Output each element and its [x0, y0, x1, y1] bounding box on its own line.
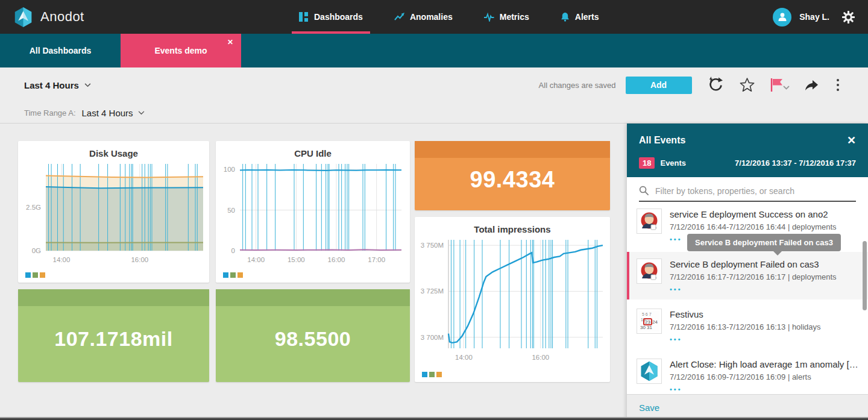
disk-usage-widget[interactable]: Disk Usage 2.5G0G14:0016:00 [18, 141, 209, 283]
nav-item-anomalies[interactable]: Anomalies [379, 0, 468, 34]
anomalies-icon [394, 13, 404, 21]
total-impressions-widget[interactable]: Total impressions 3 750M3 725M3 700M14:0… [415, 217, 610, 382]
events-list: service E deployment Success on ano27/12… [627, 202, 868, 394]
favorite-star-icon[interactable] [739, 77, 755, 93]
svg-text:0G: 0G [32, 247, 41, 254]
chart-title: Total impressions [415, 224, 610, 236]
nav-item-metrics[interactable]: Metrics [468, 0, 545, 34]
svg-text:16:00: 16:00 [328, 256, 345, 263]
event-actions-dots[interactable]: ••• [670, 286, 837, 293]
svg-text:5 6 7: 5 6 7 [642, 312, 652, 316]
chart-legend [223, 272, 243, 278]
event-actions-dots[interactable]: ••• [670, 336, 821, 343]
scrollbar-thumb[interactable] [863, 241, 867, 310]
brand-name: Anodot [40, 9, 84, 25]
calendar-avatar: 5 6 7152430 3123 [637, 309, 662, 334]
time-range-dropdown[interactable]: Last 4 Hours [24, 80, 91, 90]
nav-item-dashboards[interactable]: Dashboards [283, 0, 379, 34]
auto-refresh-icon[interactable] [706, 76, 725, 94]
legend-swatch [237, 272, 243, 278]
legend-swatch [25, 272, 31, 278]
save-button[interactable]: Save [639, 403, 659, 413]
legend-swatch [33, 272, 38, 278]
dashboard-header: Last 4 Hours All changes are saved Add [0, 67, 868, 124]
events-panel-footer: Save [627, 394, 868, 420]
share-icon[interactable] [805, 80, 819, 91]
stat-value: 99.4334 [470, 167, 555, 193]
add-button[interactable]: Add [626, 77, 692, 94]
chevron-down-icon [138, 111, 145, 115]
top-navbar: Anodot Dashboards Anomalies [0, 0, 868, 34]
svg-text:3 700M: 3 700M [421, 334, 444, 341]
stat-value: 98.5500 [275, 327, 351, 351]
user-avatar[interactable] [773, 8, 791, 27]
user-name[interactable]: Shay L. [799, 12, 829, 22]
events-panel-header: All Events ✕ 18 Events 7/12/2016 13:37 -… [627, 124, 868, 177]
tile-header-strip [18, 289, 209, 306]
settings-gear-icon[interactable] [842, 11, 855, 24]
events-panel-title: All Events [639, 135, 685, 146]
flag-filter-icon[interactable] [770, 77, 790, 93]
green-stat-tile-2[interactable]: 98.5500 [216, 289, 410, 382]
svg-text:50: 50 [227, 207, 235, 214]
svg-text:14:00: 14:00 [247, 256, 265, 263]
more-options-kebab-icon[interactable] [833, 78, 843, 93]
legend-swatch [422, 372, 427, 377]
tab-all-dashboards[interactable]: All Dashboards [0, 34, 121, 67]
anodot-logo-icon [13, 6, 33, 28]
tab-events-demo[interactable]: Events demo ✕ [121, 34, 241, 67]
legend-swatch [436, 372, 442, 377]
event-tooltip: Service B deployment Failed on cas3 [687, 234, 841, 251]
close-panel-icon[interactable]: ✕ [847, 134, 856, 147]
all-events-panel: All Events ✕ 18 Events 7/12/2016 13:37 -… [627, 124, 868, 420]
search-icon [639, 186, 649, 196]
saved-status-text: All changes are saved [539, 81, 616, 90]
svg-text:30 31: 30 31 [640, 325, 653, 330]
event-item[interactable]: Alert Close: High load average 1m anomal… [627, 352, 868, 394]
brand[interactable]: Anodot [13, 6, 84, 28]
dashboards-icon [299, 12, 309, 22]
svg-text:3 725M: 3 725M [421, 287, 444, 295]
event-title: service E deployment Success on ano2 [670, 208, 837, 220]
event-item[interactable]: 5 6 7152430 3123Festivus7/12/2016 16:13-… [627, 302, 868, 349]
legend-swatch [40, 272, 45, 278]
orange-stat-tile[interactable]: 99.4334 [415, 141, 610, 210]
svg-text:3 750M: 3 750M [421, 242, 444, 249]
anodot-avatar [637, 359, 662, 384]
window-bottom-edge [0, 417, 868, 420]
event-meta: 7/12/2016 16:17-7/12/2016 16:17 | deploy… [670, 272, 837, 283]
svg-text:15:00: 15:00 [288, 256, 305, 263]
events-count-label: Events [660, 158, 686, 168]
svg-text:17:00: 17:00 [368, 256, 385, 263]
anodot-dashboard-screen: Anodot Dashboards Anomalies [0, 0, 868, 420]
event-title: Service B deployment Failed on cas3 [670, 259, 837, 270]
events-filter [639, 186, 856, 202]
stat-value: 107.1718mil [54, 327, 172, 351]
cpu-idle-chart: 10050014:0015:0016:0017:00 [216, 160, 410, 268]
svg-text:14:00: 14:00 [455, 354, 473, 361]
event-item[interactable]: Service B deployment Failed on cas37/12/… [627, 252, 868, 299]
tile-header-strip [415, 141, 610, 158]
legend-swatch [429, 372, 435, 377]
metrics-icon [484, 13, 494, 22]
cpu-idle-widget[interactable]: CPU Idle 10050014:0015:0016:0017:00 [216, 141, 410, 283]
dashboard-main: Disk Usage 2.5G0G14:0016:00 107.1718mil … [0, 124, 868, 420]
svg-text:16:00: 16:00 [131, 256, 148, 263]
event-title: Festivus [670, 309, 821, 320]
nav-item-alerts[interactable]: Alerts [545, 0, 615, 34]
legend-swatch [230, 272, 236, 278]
disk-usage-chart: 2.5G0G14:0016:00 [18, 160, 209, 268]
timerange-a-dropdown[interactable]: Last 4 Hours [82, 108, 145, 118]
widgets-grid: Disk Usage 2.5G0G14:0016:00 107.1718mil … [18, 141, 610, 382]
events-filter-input[interactable] [655, 186, 856, 196]
toolbar-row: Last 4 Hours All changes are saved Add [0, 67, 868, 102]
event-actions-dots[interactable]: ••• [670, 386, 858, 393]
alerts-bell-icon [561, 12, 570, 22]
timerange-row: Time Range A: Last 4 Hours [0, 102, 868, 124]
total-impressions-chart: 3 750M3 725M3 700M14:0016:00 [415, 236, 610, 366]
event-meta: 7/12/2016 16:13-7/12/2016 16:13 | holida… [670, 322, 821, 333]
green-stat-tile-1[interactable]: 107.1718mil [18, 289, 209, 382]
jenkins-avatar [637, 259, 662, 284]
dashboard-tabbar: All Dashboards Events demo ✕ [0, 34, 868, 67]
tab-close-icon[interactable]: ✕ [227, 38, 233, 46]
